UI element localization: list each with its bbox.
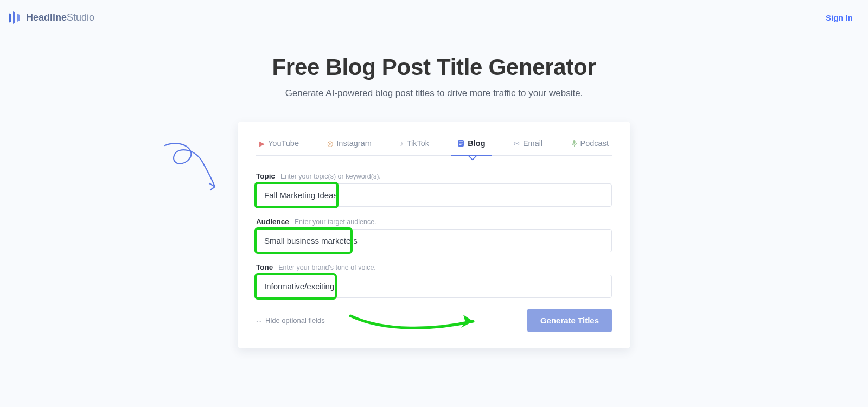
topbar: HeadlineStudio Sign In	[0, 0, 868, 31]
topic-hint: Enter your topic(s) or keyword(s).	[280, 173, 381, 180]
hide-optional-fields-toggle[interactable]: ︿ Hide optional fields	[256, 316, 325, 325]
email-icon: ✉	[514, 139, 520, 148]
tab-email-label: Email	[523, 139, 542, 148]
form-footer: ︿ Hide optional fields Generate Titles	[256, 309, 612, 332]
topic-field: Topic Enter your topic(s) or keyword(s).	[256, 172, 612, 207]
svg-rect-5	[574, 145, 575, 147]
audience-hint: Enter your target audience.	[295, 218, 376, 226]
brand-logo[interactable]: HeadlineStudio	[8, 10, 94, 25]
page-title: Free Blog Post Title Generator	[0, 54, 868, 80]
tone-hint: Enter your brand's tone of voice.	[278, 264, 376, 271]
brand-word-studio: Studio	[67, 12, 94, 23]
tiktok-icon: ♪	[400, 139, 404, 148]
logo-icon	[8, 10, 22, 25]
tone-label: Tone	[256, 263, 273, 271]
podcast-icon	[571, 139, 577, 147]
page-subtitle: Generate AI-powered blog post titles to …	[0, 88, 868, 99]
tab-youtube-label: YouTube	[268, 139, 299, 148]
hide-optional-fields-label: Hide optional fields	[265, 316, 325, 325]
content-type-tabs: ▶ YouTube ◎ Instagram ♪ TikTok Blog ✉ Em…	[256, 131, 612, 156]
tab-podcast-label: Podcast	[580, 139, 609, 148]
tab-instagram-label: Instagram	[336, 139, 371, 148]
tab-blog-label: Blog	[468, 139, 485, 148]
tab-email[interactable]: ✉ Email	[513, 136, 544, 155]
youtube-icon: ▶	[259, 139, 265, 148]
tab-youtube[interactable]: ▶ YouTube	[258, 136, 300, 155]
tab-tiktok-label: TikTok	[407, 139, 429, 148]
active-tab-caret	[467, 150, 478, 161]
svg-rect-1	[459, 142, 463, 142]
chevron-up-icon: ︿	[256, 316, 262, 325]
tone-input[interactable]	[256, 275, 612, 298]
svg-rect-3	[459, 144, 462, 145]
tab-tiktok[interactable]: ♪ TikTok	[399, 136, 430, 155]
signin-link[interactable]: Sign In	[826, 13, 853, 22]
tab-podcast[interactable]: Podcast	[570, 136, 610, 155]
audience-label: Audience	[256, 218, 289, 226]
topic-input[interactable]	[256, 183, 612, 207]
audience-field: Audience Enter your target audience.	[256, 218, 612, 252]
blog-icon	[457, 139, 464, 147]
tab-blog[interactable]: Blog	[456, 136, 486, 155]
generator-card: ▶ YouTube ◎ Instagram ♪ TikTok Blog ✉ Em…	[238, 122, 630, 348]
audience-input[interactable]	[256, 229, 612, 252]
topic-label: Topic	[256, 172, 275, 180]
tone-field: Tone Enter your brand's tone of voice.	[256, 263, 612, 298]
decorative-swirl-arrow	[161, 141, 220, 195]
instagram-icon: ◎	[327, 139, 333, 148]
tab-instagram[interactable]: ◎ Instagram	[326, 136, 372, 155]
svg-rect-4	[573, 140, 575, 144]
svg-rect-2	[459, 143, 463, 143]
hero: Free Blog Post Title Generator Generate …	[0, 54, 868, 99]
brand-word-headline: Headline	[26, 12, 67, 23]
generate-titles-button[interactable]: Generate Titles	[527, 309, 612, 332]
